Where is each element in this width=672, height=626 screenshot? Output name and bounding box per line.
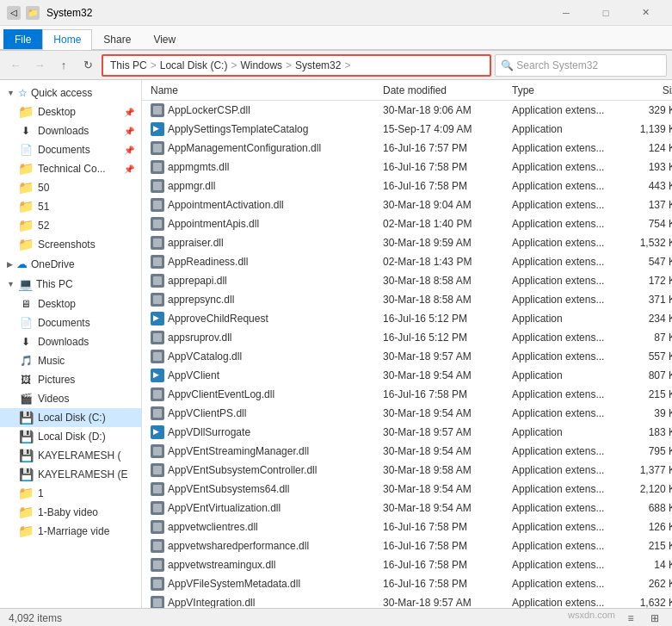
col-header-type[interactable]: Type — [507, 80, 619, 100]
dll-icon — [151, 406, 164, 420]
table-row[interactable]: AppvClientEventLog.dll 16-Jul-16 7:58 PM… — [142, 385, 672, 404]
col-header-size[interactable]: Size — [619, 80, 672, 100]
sidebar-item-52[interactable]: 📁 52 — [0, 216, 141, 235]
this-pc-header[interactable]: ▼ 💻 This PC — [0, 274, 141, 294]
minimize-button[interactable]: ─ — [546, 0, 586, 26]
sidebar-item-kayel1[interactable]: 💾 KAYELRAMESH ( — [0, 446, 141, 465]
sidebar-item-kayel2[interactable]: 💾 KAYELRAMESH (E — [0, 465, 141, 484]
table-row[interactable]: ApproveChildRequest 16-Jul-16 5:12 PM Ap… — [142, 309, 672, 328]
sidebar-item-pictures[interactable]: 🖼 Pictures — [0, 370, 141, 389]
status-right: wsxdn.com ≡ ⊞ — [568, 610, 663, 627]
item-count: 4,092 items — [9, 612, 62, 624]
file-list[interactable]: AppLockerCSP.dll 30-Mar-18 9:06 AM Appli… — [142, 101, 672, 608]
table-row[interactable]: ApplySettingsTemplateCatalog 15-Sep-17 4… — [142, 120, 672, 139]
list-view-button[interactable]: ≡ — [622, 610, 639, 627]
table-row[interactable]: AppVEntSubsystemController.dll 30-Mar-18… — [142, 461, 672, 480]
table-row[interactable]: apprepapi.dll 30-Mar-18 8:58 AM Applicat… — [142, 271, 672, 290]
file-date: 30-Mar-18 9:59 AM — [383, 237, 472, 249]
table-row[interactable]: AppLockerCSP.dll 30-Mar-18 9:06 AM Appli… — [142, 101, 672, 120]
up-button[interactable]: ↑ — [53, 55, 74, 76]
table-row[interactable]: AppVCatalog.dll 30-Mar-18 9:57 AM Applic… — [142, 347, 672, 366]
table-row[interactable]: AppManagementConfiguration.dll 16-Jul-16… — [142, 139, 672, 158]
table-row[interactable]: AppVDllSurrogate 30-Mar-18 9:57 AM Appli… — [142, 423, 672, 442]
sidebar-item-desktop[interactable]: 🖥 Desktop — [0, 294, 141, 313]
table-row[interactable]: AppVClientPS.dll 30-Mar-18 9:54 AM Appli… — [142, 404, 672, 423]
sidebar-item-downloads-qa[interactable]: ⬇ Downloads 📌 — [0, 121, 141, 140]
file-name-cell: AppointmentActivation.dll — [145, 198, 378, 212]
table-row[interactable]: appmgmts.dll 16-Jul-16 7:58 PM Applicati… — [142, 158, 672, 177]
breadcrumb-this-pc[interactable]: This PC — [110, 59, 147, 71]
table-row[interactable]: AppVEntSubsystems64.dll 30-Mar-18 9:54 A… — [142, 480, 672, 499]
sidebar-item-local-d[interactable]: 💾 Local Disk (D:) — [0, 427, 141, 446]
file-name-cell: AppVDllSurrogate — [145, 425, 378, 439]
sidebar-item-1-marriage[interactable]: 📁 1-Marriage vide — [0, 522, 141, 541]
file-size: 172 KB — [649, 275, 672, 287]
sidebar-item-music[interactable]: 🎵 Music — [0, 351, 141, 370]
forward-button[interactable]: → — [29, 55, 50, 76]
dll-icon — [151, 274, 164, 288]
file-name: AppvClientEventLog.dll — [168, 388, 274, 400]
file-size: 329 KB — [649, 104, 672, 116]
back-button[interactable]: ← — [5, 55, 26, 76]
file-size-cell: 547 KB — [619, 256, 672, 268]
col-header-name[interactable]: Name — [145, 80, 378, 100]
sidebar-item-documents[interactable]: 📄 Documents — [0, 313, 141, 332]
table-row[interactable]: AppVEntVirtualization.dll 30-Mar-18 9:54… — [142, 499, 672, 518]
table-row[interactable]: appsruprov.dll 16-Jul-16 5:12 PM Applica… — [142, 328, 672, 347]
table-row[interactable]: appvetwclientres.dll 16-Jul-16 7:58 PM A… — [142, 518, 672, 536]
close-button[interactable]: ✕ — [626, 0, 665, 26]
file-size-cell: 215 KB — [619, 388, 672, 400]
grid-view-button[interactable]: ⊞ — [646, 610, 663, 627]
breadcrumb-windows[interactable]: Windows — [240, 59, 282, 71]
refresh-button[interactable]: ↻ — [77, 55, 98, 76]
breadcrumb-local-disk[interactable]: Local Disk (C:) — [160, 59, 228, 71]
table-row[interactable]: AppVFileSystemMetadata.dll 16-Jul-16 7:5… — [142, 574, 672, 593]
table-row[interactable]: AppointmentApis.dll 02-Mar-18 1:40 PM Ap… — [142, 214, 672, 233]
exe-icon — [151, 369, 164, 382]
onedrive-header[interactable]: ▶ ☁ OneDrive — [0, 254, 141, 274]
file-type-cell: Application — [507, 369, 619, 381]
file-date-cell: 02-Mar-18 1:43 PM — [378, 256, 507, 268]
col-header-date[interactable]: Date modified — [378, 80, 507, 100]
quick-access-header[interactable]: ▼ ☆ Quick access — [0, 84, 141, 102]
table-row[interactable]: appvetwstreamingux.dll 16-Jul-16 7:58 PM… — [142, 555, 672, 574]
file-type: Application — [512, 313, 563, 325]
sidebar-item-51[interactable]: 📁 51 — [0, 197, 141, 216]
table-row[interactable]: AppVEntStreamingManager.dll 30-Mar-18 9:… — [142, 442, 672, 461]
file-type-cell: Application extens... — [507, 597, 619, 608]
sidebar-item-downloads[interactable]: ⬇ Downloads — [0, 332, 141, 351]
table-row[interactable]: AppReadiness.dll 02-Mar-18 1:43 PM Appli… — [142, 252, 672, 271]
sidebar-item-label: 1-Baby video — [38, 506, 98, 518]
sidebar-item-50[interactable]: 📁 50 — [0, 178, 141, 197]
sidebar-item-screenshots[interactable]: 📁 Screenshots — [0, 235, 141, 254]
file-date: 30-Mar-18 9:58 AM — [383, 464, 472, 476]
sidebar-item-label: Local Disk (C:) — [38, 412, 106, 424]
file-name-cell: AppVEntStreamingManager.dll — [145, 444, 378, 458]
file-date: 16-Jul-16 7:58 PM — [383, 540, 467, 552]
table-row[interactable]: appvetwsharedperformance.dll 16-Jul-16 7… — [142, 536, 672, 555]
tab-view[interactable]: View — [142, 29, 187, 49]
sidebar-item-1-baby[interactable]: 📁 1-Baby video — [0, 503, 141, 522]
table-row[interactable]: AppointmentActivation.dll 30-Mar-18 9:04… — [142, 195, 672, 214]
table-row[interactable]: appraiser.dll 30-Mar-18 9:59 AM Applicat… — [142, 233, 672, 252]
sidebar-item-1[interactable]: 📁 1 — [0, 484, 141, 503]
file-name-cell: AppointmentApis.dll — [145, 217, 378, 231]
table-row[interactable]: apprepsync.dll 30-Mar-18 8:58 AM Applica… — [142, 290, 672, 309]
sidebar-item-local-c[interactable]: 💾 Local Disk (C:) — [0, 408, 141, 427]
address-bar[interactable]: This PC > Local Disk (C:) > Windows > Sy… — [102, 54, 491, 77]
tab-share[interactable]: Share — [92, 29, 142, 49]
tab-home[interactable]: Home — [42, 29, 92, 50]
sidebar-item-desktop-qa[interactable]: 📁 Desktop 📌 — [0, 102, 141, 121]
sidebar-item-technical[interactable]: 📁 Technical Co... 📌 — [0, 159, 141, 178]
table-row[interactable]: AppVIntegration.dll 30-Mar-18 9:57 AM Ap… — [142, 593, 672, 608]
breadcrumb-system32[interactable]: System32 — [295, 59, 341, 71]
table-row[interactable]: appmgr.dll 16-Jul-16 7:58 PM Application… — [142, 177, 672, 195]
table-row[interactable]: AppVClient 30-Mar-18 9:54 AM Application… — [142, 366, 672, 385]
sidebar-item-videos[interactable]: 🎬 Videos — [0, 389, 141, 408]
dll-icon — [151, 217, 164, 231]
maximize-button[interactable]: □ — [586, 0, 626, 26]
tab-file[interactable]: File — [3, 29, 42, 49]
search-box[interactable]: 🔍 Search System32 — [495, 54, 667, 77]
sidebar-item-documents-qa[interactable]: 📄 Documents 📌 — [0, 140, 141, 159]
file-date-cell: 30-Mar-18 9:04 AM — [378, 199, 507, 211]
